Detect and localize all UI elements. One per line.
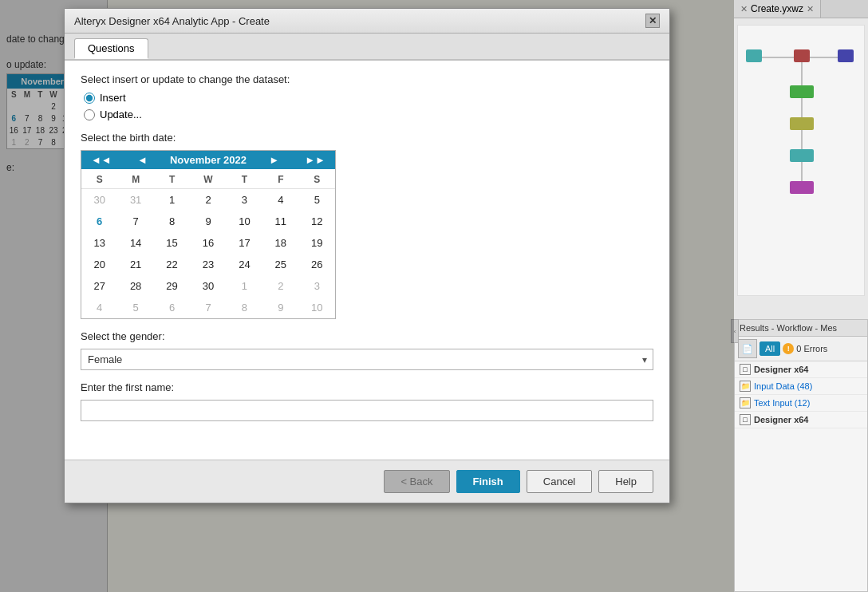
dialog: Alteryx Designer x64 Analytic App - Crea… xyxy=(64,8,670,503)
cal-day[interactable]: 8 xyxy=(154,211,190,232)
cal-day[interactable]: 15 xyxy=(154,232,190,254)
cal-day[interactable]: 5 xyxy=(117,297,153,318)
cal-day[interactable]: 28 xyxy=(117,275,153,297)
cal-day[interactable]: 9 xyxy=(262,297,298,318)
gender-select[interactable]: Female Male Other xyxy=(81,349,653,370)
svg-rect-3 xyxy=(838,49,854,62)
cal-day[interactable]: 7 xyxy=(190,297,226,318)
results-item-1[interactable]: 📁 Input Data (48) xyxy=(735,378,867,395)
cal-day[interactable]: 2 xyxy=(190,189,226,211)
first-name-input[interactable] xyxy=(81,400,653,421)
results-header: Results - Workflow - Mes xyxy=(735,320,867,337)
cal-day[interactable]: 14 xyxy=(117,232,153,254)
cal-day[interactable]: 2 xyxy=(262,275,298,297)
workflow-canvas[interactable] xyxy=(737,25,865,296)
cal-day[interactable]: 11 xyxy=(262,211,298,232)
results-item-text-3: Designer x64 xyxy=(754,415,808,424)
svg-rect-7 xyxy=(790,117,814,130)
calendar: ◄◄ ◄ November 2022 ► ►► S M T W T xyxy=(81,150,336,319)
cal-next-next-btn[interactable]: ►► xyxy=(302,154,329,166)
insert-update-question: Select insert or update to change the da… xyxy=(81,73,653,85)
cal-day[interactable]: 6 xyxy=(154,297,190,318)
radio-insert[interactable]: Insert xyxy=(84,92,653,104)
results-all-btn[interactable]: All xyxy=(760,341,780,356)
radio-insert-label: Insert xyxy=(100,92,126,104)
cal-day[interactable]: 8 xyxy=(227,297,262,318)
cal-day[interactable]: 1 xyxy=(227,275,262,297)
svg-rect-5 xyxy=(790,85,814,98)
cal-day[interactable]: 3 xyxy=(227,189,262,211)
cal-day[interactable]: 1 xyxy=(154,189,190,211)
cal-day-today[interactable]: 6 xyxy=(81,211,117,232)
radio-update-label: Update... xyxy=(100,109,142,120)
cal-prev-btn[interactable]: ◄ xyxy=(134,154,151,166)
cal-next-btn[interactable]: ► xyxy=(266,154,282,166)
cal-day[interactable]: 18 xyxy=(262,232,298,254)
results-item-2[interactable]: 📁 Text Input (12) xyxy=(735,395,867,412)
results-list: □ Designer x64 📁 Input Data (48) 📁 Text … xyxy=(735,361,867,428)
cal-month-label: November 2022 xyxy=(170,154,247,166)
back-button[interactable]: < Back xyxy=(384,470,449,493)
cal-day[interactable]: 29 xyxy=(154,275,190,297)
cal-day[interactable]: 9 xyxy=(190,211,226,232)
error-icon: ! xyxy=(783,343,794,354)
cal-day[interactable]: 4 xyxy=(81,297,117,318)
results-item-icon-1: 📁 xyxy=(740,381,751,392)
cancel-button[interactable]: Cancel xyxy=(527,470,592,493)
cal-day[interactable]: 12 xyxy=(299,211,335,232)
cal-day[interactable]: 10 xyxy=(299,297,335,318)
results-item-3[interactable]: □ Designer x64 xyxy=(735,412,867,428)
results-doc-icon[interactable]: 📄 xyxy=(738,339,757,358)
cal-day[interactable]: 5 xyxy=(299,189,335,211)
right-panel-tab-close-left[interactable]: ✕ xyxy=(740,4,748,14)
cal-dow-f: F xyxy=(262,169,298,189)
results-error-badge: ! 0 Errors xyxy=(783,343,827,354)
first-name-question: Enter the first name: xyxy=(81,381,653,393)
dialog-close-button[interactable]: ✕ xyxy=(645,14,660,28)
cal-dow-m: M xyxy=(117,169,153,189)
radio-update[interactable]: Update... xyxy=(84,109,653,120)
results-item-0[interactable]: □ Designer x64 xyxy=(735,361,867,378)
radio-update-input[interactable] xyxy=(84,109,95,120)
finish-button[interactable]: Finish xyxy=(456,470,520,493)
cal-day[interactable]: 17 xyxy=(227,232,262,254)
cal-dow-w: W xyxy=(190,169,226,189)
cal-day[interactable]: 10 xyxy=(227,211,262,232)
cal-dow-s: S xyxy=(81,169,117,189)
cal-day[interactable]: 13 xyxy=(81,232,117,254)
dialog-titlebar: Alteryx Designer x64 Analytic App - Crea… xyxy=(65,9,669,34)
cal-day[interactable]: 30 xyxy=(81,189,117,211)
tab-questions[interactable]: Questions xyxy=(74,38,148,59)
cal-day[interactable]: 25 xyxy=(262,254,298,275)
cal-day[interactable]: 20 xyxy=(81,254,117,275)
right-panel-content xyxy=(734,18,868,299)
first-name-section: Enter the first name: xyxy=(81,381,653,421)
dialog-content: Select insert or update to change the da… xyxy=(65,61,669,460)
results-panel: Results - Workflow - Mes 📄 All ! 0 Error… xyxy=(734,319,868,592)
radio-insert-input[interactable] xyxy=(84,93,95,104)
cal-day[interactable]: 30 xyxy=(190,275,226,297)
results-item-icon-2: 📁 xyxy=(740,397,751,408)
cal-day[interactable]: 21 xyxy=(117,254,153,275)
cal-day[interactable]: 26 xyxy=(299,254,335,275)
svg-rect-1 xyxy=(746,49,762,62)
right-panel-tab-close[interactable]: ✕ xyxy=(807,4,814,14)
svg-rect-9 xyxy=(790,149,814,162)
cal-day[interactable]: 4 xyxy=(262,189,298,211)
cal-day[interactable]: 22 xyxy=(154,254,190,275)
right-panel-tab-create[interactable]: ✕ Create.yxwz ✕ xyxy=(734,0,821,18)
cal-day[interactable]: 27 xyxy=(81,275,117,297)
dialog-overlay: Alteryx Designer x64 Analytic App - Crea… xyxy=(0,0,734,592)
cal-day[interactable]: 19 xyxy=(299,232,335,254)
cal-day[interactable]: 7 xyxy=(117,211,153,232)
cal-day[interactable]: 3 xyxy=(299,275,335,297)
cal-day[interactable]: 23 xyxy=(190,254,226,275)
cal-day[interactable]: 24 xyxy=(227,254,262,275)
birth-date-question: Select the birth date: xyxy=(81,132,653,144)
cal-day[interactable]: 16 xyxy=(190,232,226,254)
cal-prev-prev-btn[interactable]: ◄◄ xyxy=(88,154,115,166)
help-button[interactable]: Help xyxy=(598,470,653,493)
right-panel-tabs: ✕ Create.yxwz ✕ xyxy=(734,0,868,18)
cal-day[interactable]: 31 xyxy=(117,189,153,211)
svg-rect-11 xyxy=(790,181,814,194)
